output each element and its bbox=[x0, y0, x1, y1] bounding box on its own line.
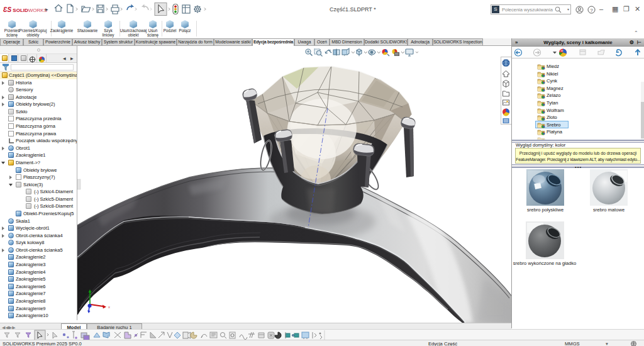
svg-text:?: ? bbox=[590, 8, 593, 13]
svg-text:x: x bbox=[108, 305, 110, 309]
